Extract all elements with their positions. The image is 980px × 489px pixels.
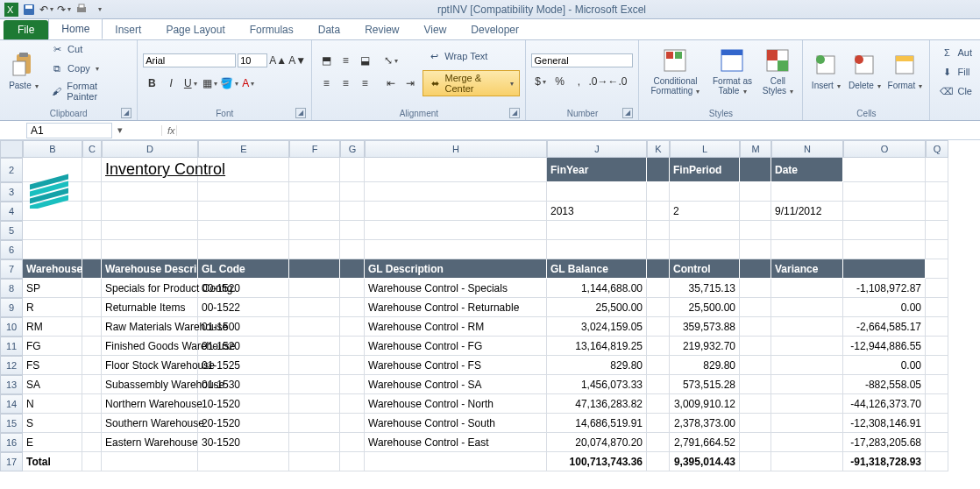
cell[interactable]: 25,500.00 (670, 298, 740, 317)
col-header[interactable]: Q (926, 140, 948, 158)
col-header[interactable]: F (289, 140, 340, 158)
name-box[interactable] (26, 123, 112, 138)
cell[interactable] (82, 452, 102, 471)
cell[interactable] (365, 221, 547, 240)
cell[interactable] (926, 337, 948, 356)
cell[interactable] (740, 202, 771, 221)
bold-button[interactable]: B (143, 74, 160, 92)
tab-developer[interactable]: Developer (458, 20, 531, 39)
cell[interactable]: Subassembly Warehouse (102, 375, 198, 394)
cell[interactable] (289, 337, 340, 356)
cell[interactable] (547, 240, 647, 259)
cell[interactable]: -17,283,205.68 (843, 433, 926, 452)
cell[interactable] (289, 452, 340, 471)
cell[interactable] (670, 240, 740, 259)
cell[interactable]: Southern Warehouse (102, 414, 198, 433)
row-header[interactable]: 17 (0, 452, 23, 471)
cell[interactable]: 1,144,688.00 (547, 279, 647, 298)
cell[interactable]: Warehouse (23, 259, 82, 279)
cell[interactable]: 3,024,159.05 (547, 317, 647, 337)
cell[interactable] (647, 298, 670, 317)
cell[interactable] (740, 414, 771, 433)
row-header[interactable]: 10 (0, 317, 23, 337)
cell[interactable] (82, 337, 102, 356)
cell[interactable] (740, 337, 771, 356)
row-header[interactable]: 13 (0, 375, 23, 394)
cell[interactable] (647, 279, 670, 298)
cell[interactable] (647, 337, 670, 356)
cell[interactable] (340, 452, 365, 471)
cell[interactable]: Variance (771, 259, 843, 279)
cell[interactable] (647, 182, 670, 202)
row-header[interactable]: 14 (0, 394, 23, 414)
redo-icon[interactable]: ↷▾ (56, 2, 72, 18)
cell[interactable]: Northern Warehouse (102, 394, 198, 414)
row-header[interactable]: 4 (0, 202, 23, 221)
cell[interactable] (771, 414, 843, 433)
row-header[interactable]: 3 (0, 182, 23, 202)
cell[interactable]: FinPeriod (670, 158, 740, 182)
cell[interactable] (547, 221, 647, 240)
cell[interactable] (340, 394, 365, 414)
format-as-table-button[interactable]: Format as Table ▾ (709, 42, 755, 102)
cell[interactable] (102, 452, 198, 471)
col-header[interactable]: N (771, 140, 843, 158)
cell[interactable]: 2,791,664.52 (670, 433, 740, 452)
cell[interactable] (102, 240, 198, 259)
row-header[interactable]: 8 (0, 279, 23, 298)
cell[interactable] (340, 337, 365, 356)
percent-format-icon[interactable]: % (550, 73, 568, 90)
cell[interactable]: 2 (670, 202, 740, 221)
cell[interactable]: Specials for Product Config. (102, 279, 198, 298)
cell[interactable] (647, 414, 670, 433)
col-header[interactable]: L (670, 140, 740, 158)
cell[interactable] (547, 182, 647, 202)
cell[interactable] (740, 298, 771, 317)
cell[interactable] (198, 158, 289, 182)
cell[interactable]: 573,515.28 (670, 375, 740, 394)
cell[interactable]: 00-1520 (198, 279, 289, 298)
cell[interactable] (340, 158, 365, 182)
tab-review[interactable]: Review (352, 20, 411, 39)
cell[interactable] (340, 317, 365, 337)
cell[interactable] (82, 202, 102, 221)
decrease-indent-icon[interactable]: ⇤ (382, 74, 400, 92)
cell[interactable]: -882,558.05 (843, 375, 926, 394)
border-button[interactable]: ▦▾ (201, 74, 218, 92)
cell[interactable]: Warehouse Control - FG (365, 337, 547, 356)
cell[interactable] (23, 221, 82, 240)
cell[interactable] (289, 298, 340, 317)
align-bottom-icon[interactable]: ⬓ (356, 52, 373, 69)
cell[interactable]: Finished Goods Warehouse (102, 337, 198, 356)
cell[interactable]: 3,009,910.12 (670, 394, 740, 414)
col-header[interactable]: K (647, 140, 670, 158)
increase-indent-icon[interactable]: ⇥ (401, 74, 419, 92)
cell[interactable] (82, 259, 102, 279)
paste-button[interactable]: Paste ▾ (5, 42, 42, 102)
tab-home[interactable]: Home (48, 18, 103, 39)
cell[interactable]: 30-1520 (198, 433, 289, 452)
print-preview-icon[interactable] (74, 2, 89, 18)
cell[interactable] (289, 317, 340, 337)
cell[interactable]: Warehouse Control - East (365, 433, 547, 452)
font-launcher[interactable]: ◢ (295, 108, 306, 118)
cell[interactable] (926, 433, 948, 452)
cell[interactable] (926, 279, 948, 298)
cell[interactable] (82, 182, 102, 202)
cell[interactable] (340, 182, 365, 202)
cell[interactable] (843, 182, 926, 202)
tab-page-layout[interactable]: Page Layout (153, 20, 237, 39)
cell[interactable]: 9,395,014.43 (670, 452, 740, 471)
align-middle-icon[interactable]: ≡ (337, 52, 354, 69)
cell[interactable] (82, 317, 102, 337)
col-header[interactable]: E (198, 140, 289, 158)
cell[interactable]: 01-1520 (198, 337, 289, 356)
cell[interactable] (289, 259, 340, 279)
format-painter-button[interactable]: 🖌Format Painter (46, 79, 131, 103)
cell[interactable] (740, 394, 771, 414)
cell[interactable] (926, 221, 948, 240)
cell[interactable] (670, 221, 740, 240)
col-header[interactable]: C (82, 140, 102, 158)
cell[interactable] (647, 375, 670, 394)
cell[interactable] (771, 240, 843, 259)
